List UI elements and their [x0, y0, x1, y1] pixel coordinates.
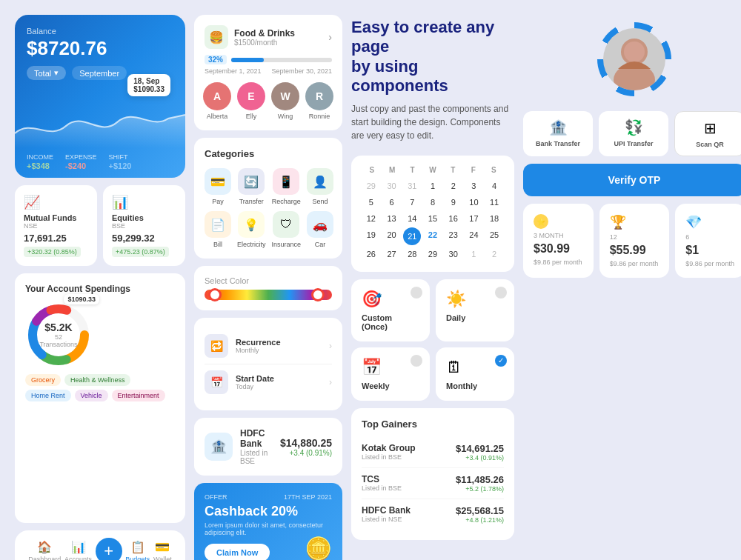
- cal-cell[interactable]: 27: [382, 247, 402, 261]
- nav-wallet[interactable]: 💳 Wallet: [153, 540, 172, 561]
- equities-card[interactable]: 📊 Equities BSE 59,299.32 +475.23 (0.87%): [103, 185, 185, 266]
- option-weekly[interactable]: 📅 Weekly: [351, 347, 430, 401]
- cal-cell[interactable]: 23: [444, 227, 463, 245]
- cal-cell[interactable]: 14: [402, 211, 422, 226]
- avatar-elly: E Elly: [237, 82, 265, 120]
- cal-cell[interactable]: 5: [362, 195, 381, 210]
- nav-accounts[interactable]: 📊 Accounts: [64, 540, 92, 561]
- cal-cell[interactable]: 25: [485, 227, 504, 245]
- price-card-6month[interactable]: 💎 6 $1 $9.86 per month: [675, 204, 741, 278]
- cal-cell[interactable]: 7: [402, 195, 422, 210]
- bank-transfer-button[interactable]: 🏦 Bank Transfer: [523, 111, 593, 156]
- cal-cell[interactable]: 13: [382, 211, 402, 226]
- option-check-weekly: [411, 355, 422, 367]
- cal-cell[interactable]: 1: [465, 247, 484, 261]
- recurrence-item[interactable]: 🔁 Recurrence Monthly ›: [205, 328, 332, 364]
- cal-cell[interactable]: 3: [465, 179, 484, 193]
- tag-health[interactable]: Health & Wellness: [64, 374, 130, 386]
- tag-grocery[interactable]: Grocery: [25, 374, 61, 386]
- cat-recharge[interactable]: 📱 Recharge: [272, 168, 302, 205]
- month-button[interactable]: September: [72, 66, 127, 80]
- nav-dashboard[interactable]: 🏠 Dashboard: [28, 540, 61, 561]
- cal-cell[interactable]: 24: [465, 227, 484, 245]
- cat-transfer[interactable]: 🔄 Transfer: [237, 168, 266, 205]
- cal-cell[interactable]: 11: [485, 195, 504, 210]
- tag-entertainment[interactable]: Entertainment: [112, 390, 165, 401]
- trophy-icon: 🏆: [610, 214, 659, 230]
- verify-otp-button[interactable]: Verify OTP: [523, 164, 741, 196]
- option-check-daily: [495, 287, 507, 299]
- cal-cell[interactable]: 4: [485, 179, 504, 193]
- cat-car[interactable]: 🚗 Car: [307, 211, 333, 248]
- scan-qr-button[interactable]: ⊞ Scan QR: [674, 111, 741, 156]
- food-arrow-icon[interactable]: ›: [328, 31, 332, 43]
- mutual-funds-card[interactable]: 📈 Mutual Funds NSE 17,691.25 +320.32 (0.…: [15, 185, 97, 266]
- cal-cell[interactable]: 31: [402, 179, 422, 193]
- cal-cell[interactable]: 22: [423, 227, 442, 245]
- cal-cell[interactable]: 2: [444, 179, 463, 193]
- cal-cell[interactable]: 10: [465, 195, 484, 210]
- cat-electricity[interactable]: 💡 Electricity: [237, 211, 266, 248]
- option-custom[interactable]: 🎯 Custom (Once): [351, 279, 430, 341]
- spendings-card: Your Account Spendings $5.2K 52 Transact…: [15, 273, 185, 523]
- cat-send[interactable]: 👤 Send: [307, 168, 333, 205]
- cat-pay[interactable]: 💳 Pay: [205, 168, 231, 205]
- cal-cell[interactable]: 19: [362, 227, 381, 245]
- tag-vehicle[interactable]: Vehicle: [75, 390, 108, 401]
- cal-cell[interactable]: 9: [444, 195, 463, 210]
- cal-cell[interactable]: 1: [423, 179, 442, 193]
- start-date-arrow-icon: ›: [329, 377, 332, 387]
- nav-bar: 🏠 Dashboard 📊 Accounts + 📋 Budgets 💳 Wal…: [15, 530, 185, 560]
- price-card-3month[interactable]: ⭐ 3 MONTH $30.99 $9.86 per month: [523, 204, 594, 278]
- price-card-12month[interactable]: 🏆 12 $55.99 $9.86 per month: [599, 204, 670, 278]
- balance-tooltip: 18, Sep $1090.33: [127, 74, 170, 96]
- nav-budgets[interactable]: 📋 Budgets: [125, 540, 150, 561]
- claim-now-button[interactable]: Claim Now: [205, 544, 270, 560]
- cal-cell[interactable]: 20: [382, 227, 402, 245]
- gainer-row[interactable]: HDFC Bank Listed in NSE $25,568.15 +4.8 …: [362, 499, 504, 530]
- avatar-alberta: A Alberta: [203, 82, 231, 120]
- gainers-title: Top Gainers: [362, 419, 504, 430]
- profile-ring: [597, 22, 671, 96]
- total-button[interactable]: Total ▾: [27, 66, 66, 80]
- slider-thumb-left[interactable]: [208, 288, 222, 301]
- cal-cell[interactable]: 8: [423, 195, 442, 210]
- option-daily[interactable]: ☀️ Daily: [436, 279, 514, 341]
- tag-home[interactable]: Home Rent: [25, 390, 71, 401]
- upi-transfer-button[interactable]: 💱 UPI Transfer: [599, 111, 668, 156]
- cal-cell[interactable]: 2: [485, 247, 504, 261]
- cal-cell[interactable]: 28: [402, 247, 422, 261]
- nav-add-button[interactable]: +: [96, 538, 122, 560]
- hero-section: Easy to create any page by using compone…: [351, 15, 514, 148]
- food-card: 🍔 Food & Drinks $1500/month › 32% Septem…: [194, 15, 342, 130]
- start-date-item[interactable]: 📅 Start Date Today ›: [205, 364, 332, 400]
- cal-cell[interactable]: 29: [362, 179, 381, 193]
- cal-cell[interactable]: 18: [485, 211, 504, 226]
- star-badge: ⭐: [534, 214, 548, 229]
- cal-cell[interactable]: 16: [444, 211, 463, 226]
- option-monthly[interactable]: ✓ 🗓 Monthly: [436, 347, 514, 401]
- dashboard-icon: 🏠: [37, 540, 52, 554]
- color-slider[interactable]: [205, 290, 332, 300]
- cal-cell[interactable]: 17: [465, 211, 484, 226]
- recurrence-icon: 🔁: [205, 334, 228, 358]
- categories-title: Categories: [205, 148, 332, 159]
- calendar-card: S M T W T F S 29 30 31 1 2 3 4 5 6 7 8 9: [351, 156, 514, 272]
- balance-label: Balance: [27, 27, 173, 36]
- cal-cell[interactable]: 15: [423, 211, 442, 226]
- cal-cell[interactable]: 26: [362, 247, 381, 261]
- cat-insurance[interactable]: 🛡 Insurance: [272, 211, 302, 248]
- cal-cell-today[interactable]: 21: [403, 227, 421, 245]
- cal-cell[interactable]: 30: [382, 179, 402, 193]
- cal-cell[interactable]: 6: [382, 195, 402, 210]
- gainer-row[interactable]: Kotak Group Listed in BSE $14,691.25 +3.…: [362, 437, 504, 468]
- cal-cell[interactable]: 30: [444, 247, 463, 261]
- gainer-row[interactable]: TCS Listed in BSE $11,485.26 +5.2 (1.78%…: [362, 468, 504, 499]
- cat-bill[interactable]: 📄 Bill: [205, 211, 231, 248]
- option-check-custom: [411, 287, 422, 299]
- cal-cell[interactable]: 12: [362, 211, 381, 226]
- bill-icon: 📄: [205, 211, 231, 238]
- cal-cell[interactable]: 29: [423, 247, 442, 261]
- monthly-icon: 🗓: [446, 358, 462, 377]
- slider-thumb-right[interactable]: [311, 288, 325, 301]
